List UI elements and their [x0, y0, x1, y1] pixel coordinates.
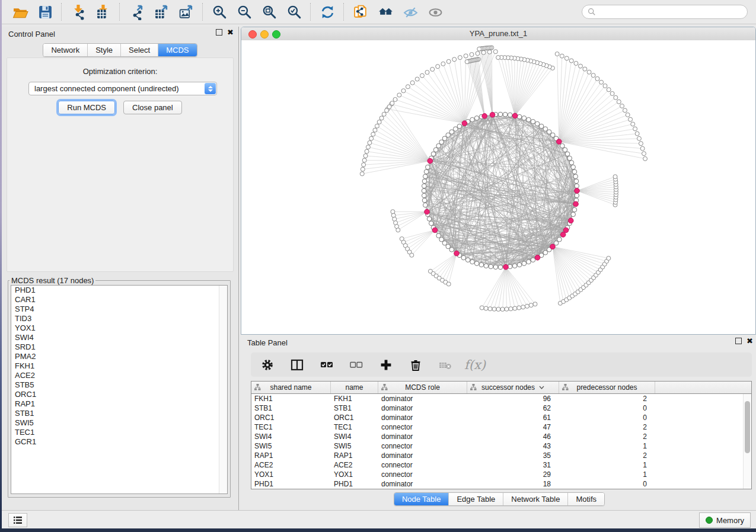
cell-successor-nodes[interactable]: 62 [467, 404, 559, 412]
zoom-fit-button[interactable] [257, 2, 282, 22]
mcds-node-item[interactable]: STP4 [11, 305, 227, 314]
cell-MCDS-role[interactable]: dominator [378, 480, 467, 488]
tab-network[interactable]: Network [43, 44, 88, 56]
mcds-node-item[interactable]: ACE2 [11, 371, 227, 380]
tab-select[interactable]: Select [121, 44, 158, 56]
table-row[interactable]: SWI5SWI5connector431 [251, 441, 751, 451]
cell-predecessor-nodes[interactable]: 0 [559, 414, 655, 422]
mcds-node-item[interactable]: FKH1 [11, 361, 227, 371]
mcds-node-item[interactable]: TID3 [11, 314, 227, 323]
mcds-node-item[interactable]: STB5 [11, 380, 227, 390]
memory-button[interactable]: Memory [699, 512, 751, 528]
tab-edge-table[interactable]: Edge Table [449, 493, 503, 505]
tab-network-table[interactable]: Network Table [503, 493, 568, 505]
tab-node-table[interactable]: Node Table [394, 493, 449, 505]
cell-shared-name[interactable]: SWI4 [251, 432, 331, 441]
mcds-node-item[interactable]: TEC1 [11, 428, 227, 437]
cell-MCDS-role[interactable]: connector [378, 461, 467, 469]
table-row[interactable]: YOX1YOX1connector291 [251, 470, 751, 479]
cell-predecessor-nodes[interactable]: 1 [559, 461, 655, 469]
save-session-button[interactable] [33, 2, 58, 22]
open-session-button[interactable] [8, 2, 33, 22]
cell-name[interactable]: SWI4 [331, 432, 378, 441]
cell-predecessor-nodes[interactable]: 1 [559, 442, 655, 450]
cell-shared-name[interactable]: FKH1 [251, 395, 331, 403]
hide-panels-button[interactable] [398, 2, 423, 22]
table-row[interactable]: ORC1ORC1dominator610 [251, 413, 751, 422]
cell-MCDS-role[interactable]: dominator [378, 432, 467, 441]
settings-gear-button[interactable] [260, 357, 275, 373]
column-header-shared-name[interactable]: shared name [251, 382, 331, 393]
add-row-button[interactable] [378, 357, 394, 373]
column-header-predecessor-nodes[interactable]: predecessor nodes [559, 382, 655, 393]
import-table-button[interactable] [91, 2, 116, 22]
import-network-button[interactable] [66, 2, 91, 22]
column-header-successor-nodes[interactable]: successor nodes [467, 382, 559, 393]
cell-successor-nodes[interactable]: 43 [467, 442, 559, 450]
duplicate-network-button[interactable] [348, 2, 373, 22]
mcds-list-scrollbar[interactable] [219, 286, 227, 493]
zoom-out-button[interactable] [232, 2, 257, 22]
cell-name[interactable]: ORC1 [331, 414, 378, 422]
cell-predecessor-nodes[interactable]: 2 [559, 423, 655, 431]
float-table-panel-icon[interactable] [735, 338, 742, 344]
table-scrollbar[interactable] [743, 394, 751, 489]
cell-predecessor-nodes[interactable]: 2 [559, 451, 655, 460]
zoom-in-button[interactable] [207, 2, 232, 22]
cell-name[interactable]: RAP1 [331, 451, 378, 460]
mcds-node-item[interactable]: PMA2 [11, 352, 227, 361]
criterion-dropdown[interactable]: largest connected component (undirected) [28, 82, 217, 95]
column-view-button[interactable] [289, 357, 305, 373]
mcds-node-item[interactable]: RAP1 [11, 399, 227, 409]
network-canvas[interactable] [241, 40, 755, 334]
mcds-node-item[interactable]: ORC1 [11, 390, 227, 399]
cell-name[interactable]: TEC1 [331, 423, 378, 431]
cell-name[interactable]: PHD1 [331, 480, 378, 488]
table-row[interactable]: STB1STB1dominator620 [251, 403, 751, 413]
cell-MCDS-role[interactable]: connector [378, 442, 467, 450]
export-image-button[interactable] [174, 2, 199, 22]
tab-style[interactable]: Style [88, 44, 121, 56]
column-header-MCDS-role[interactable]: MCDS role [378, 382, 467, 393]
tab-motifs[interactable]: Motifs [568, 493, 604, 505]
table-row[interactable]: ACE2ACE2connector311 [251, 460, 751, 470]
deselect-all-button[interactable] [349, 357, 364, 373]
cell-name[interactable]: STB1 [331, 404, 378, 412]
cell-MCDS-role[interactable]: dominator [378, 414, 467, 422]
mcds-node-item[interactable]: GCR1 [11, 437, 227, 447]
run-mcds-button[interactable]: Run MCDS [58, 101, 115, 114]
mcds-node-item[interactable]: YOX1 [11, 323, 227, 333]
table-row[interactable]: PHD1PHD1dominator180 [251, 479, 751, 489]
cell-MCDS-role[interactable]: connector [378, 470, 467, 479]
cell-successor-nodes[interactable]: 47 [467, 423, 559, 431]
cell-name[interactable]: YOX1 [331, 470, 378, 479]
cell-successor-nodes[interactable]: 31 [467, 461, 559, 469]
table-row[interactable]: FKH1FKH1dominator962 [251, 394, 751, 403]
float-panel-icon[interactable] [216, 29, 222, 36]
cell-successor-nodes[interactable]: 61 [467, 414, 559, 422]
cell-name[interactable]: ACE2 [331, 461, 378, 469]
mcds-node-item[interactable]: STB1 [11, 409, 227, 418]
cell-shared-name[interactable]: YOX1 [251, 470, 331, 479]
tab-mcds[interactable]: MCDS [158, 44, 196, 56]
mcds-node-item[interactable]: SWI5 [11, 418, 227, 428]
table-row[interactable]: RAP1RAP1dominator352 [251, 451, 751, 460]
search-input[interactable] [596, 8, 747, 17]
cell-shared-name[interactable]: ORC1 [251, 414, 331, 422]
mcds-result-list[interactable]: PHD1CAR1STP4TID3YOX1SWI4SRD1PMA2FKH1ACE2… [11, 285, 228, 494]
cell-successor-nodes[interactable]: 96 [467, 395, 559, 403]
close-panel-icon[interactable]: ✖ [227, 29, 234, 36]
mcds-node-item[interactable]: PHD1 [11, 286, 227, 295]
zoom-selected-button[interactable] [282, 2, 307, 22]
cell-MCDS-role[interactable]: dominator [378, 451, 467, 460]
table-row[interactable]: TEC1TEC1connector472 [251, 422, 751, 432]
cell-shared-name[interactable]: TEC1 [251, 423, 331, 431]
network-window-titlebar[interactable]: YPA_prune.txt_1 [241, 27, 755, 41]
task-history-button[interactable] [8, 513, 27, 527]
cell-shared-name[interactable]: STB1 [251, 404, 331, 412]
cell-successor-nodes[interactable]: 29 [467, 470, 559, 479]
cell-shared-name[interactable]: RAP1 [251, 451, 331, 460]
refresh-view-button[interactable] [315, 2, 340, 22]
table-scrollbar-thumb[interactable] [745, 401, 750, 453]
cell-shared-name[interactable]: ACE2 [251, 461, 331, 469]
